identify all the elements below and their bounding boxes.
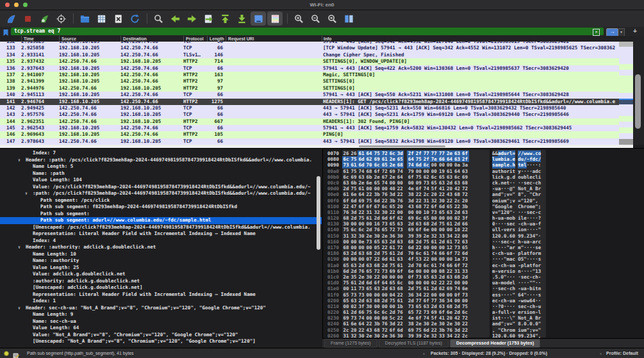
zoom-out-icon[interactable]: [308, 12, 323, 26]
zoom-in-icon[interactable]: [291, 12, 306, 26]
hex-row[interactable]: 00806c756d6269612e6564752f7e6664632flumb…: [323, 156, 644, 162]
open-file-icon[interactable]: [77, 12, 92, 26]
column-header-no[interactable]: [0, 36, 21, 42]
packet-row[interactable]: 1452.962543192.168.10.205142.250.74.66TC…: [0, 125, 619, 131]
packet-row[interactable]: 1342.933141192.168.10.205142.250.74.66TL…: [0, 52, 619, 58]
hex-row[interactable]: 021000023f300000001b7365632d63682d75··?0…: [323, 304, 644, 309]
packet-row[interactable]: 1472.978643142.250.74.66192.168.10.205TC…: [0, 138, 619, 145]
hex-row[interactable]: 017068000000052261726d22000000127365h···…: [323, 245, 644, 250]
detail-line[interactable]: Value Length: 64: [0, 325, 322, 332]
byte-view-tab-active[interactable]: Decompressed Header (1753 bytes): [450, 339, 540, 348]
packet-row[interactable]: 1372.941007192.168.10.205142.250.74.66HT…: [0, 72, 619, 78]
close-file-icon[interactable]: [110, 12, 126, 26]
expert-info-icon[interactable]: [4, 351, 9, 356]
detail-line[interactable]: Name Length: 10: [0, 251, 322, 258]
hex-row[interactable]: 016000000e7365632d63682d75612d617263···s…: [323, 239, 644, 245]
detail-line[interactable]: Index: 4: [0, 238, 322, 245]
expand-chevron-icon[interactable]: ∨: [25, 190, 28, 197]
reload-file-icon[interactable]: [127, 12, 142, 26]
detail-line[interactable]: Path sub segment:: [0, 211, 322, 218]
column-header-time[interactable]: Time: [21, 36, 59, 42]
hex-row[interactable]: 01503132302e302e363039392e3233342200120.…: [323, 233, 644, 239]
hex-row[interactable]: 009073616d706c652e68746d6c0000000a3asamp…: [323, 162, 644, 168]
packet-row-selected[interactable]: 1412.946764192.168.10.205142.250.74.66HT…: [0, 99, 619, 105]
colorize-icon[interactable]: [267, 12, 283, 26]
hex-row[interactable]: 0220612d66756c6c2d76657273696f6e2d6ca-fu…: [323, 309, 644, 315]
detail-line[interactable]: Representation: Literal Header Field wit…: [0, 291, 322, 298]
hex-row[interactable]: 02603132302e302e363039392e323334222c120.…: [323, 333, 644, 338]
byte-view-tab[interactable]: Decrypted TLS (1187 bytes): [379, 339, 449, 348]
display-filter-input[interactable]: tcp.stream eq 7 ✕: [11, 28, 604, 35]
detail-line-selected[interactable]: Path sub segment: adurl=//www.columbia.e…: [0, 217, 322, 224]
go-first-packet-icon[interactable]: [217, 12, 233, 26]
hex-row[interactable]: 010022476f6f676c65204368726f6d65223b"Goo…: [323, 204, 644, 209]
save-file-icon[interactable]: [94, 12, 109, 26]
filter-bookmark-icon[interactable]: [2, 28, 10, 35]
hex-row[interactable]: 00d02d756100000040224e6f745f41204272-ua·…: [323, 186, 644, 191]
packet-row[interactable]: 1432.957576142.250.74.66192.168.10.205TC…: [0, 111, 619, 118]
hex-row[interactable]: 0180632d63682d75612d706c6174666f726dc-ch…: [323, 250, 644, 256]
packet-row[interactable]: 1462.969643192.168.10.205142.250.74.66HT…: [0, 131, 619, 138]
apply-filter-button[interactable]: →: [606, 28, 618, 37]
detail-line[interactable]: Value Length: 104: [0, 177, 322, 184]
detail-line[interactable]: ∨Header: sec-ch-ua: "Not_A Brand";v="8",…: [0, 305, 322, 312]
detail-line[interactable]: Name: :path: [0, 170, 322, 177]
horizontal-scroll-thumb[interactable]: [359, 145, 445, 147]
stop-capture-icon[interactable]: [20, 12, 35, 26]
hex-row[interactable]: 0140756c6c2d76657273696f6e0000001022ull-…: [323, 227, 644, 232]
restart-capture-icon[interactable]: [37, 12, 52, 26]
detail-line[interactable]: ∨Header: :path: /pcs/click?f8293meh8ap-2…: [0, 157, 322, 164]
column-header-destination[interactable]: Destination: [120, 36, 183, 42]
column-header-length[interactable]: Length: [207, 36, 226, 42]
zoom-100-icon[interactable]: [324, 12, 340, 26]
add-filter-button[interactable]: +: [631, 27, 640, 35]
hex-row[interactable]: 00702626616475726c3d2f2f7777772e636f&&ad…: [323, 151, 644, 156]
find-packet-icon[interactable]: [151, 12, 166, 26]
detail-line[interactable]: Name Length: 5: [0, 163, 322, 170]
detail-line[interactable]: [Unescaped: /pcs/click?f8293meh8ap-2024-…: [0, 224, 322, 231]
packet-row[interactable]: 1392.944976142.250.74.66192.168.10.205HT…: [0, 85, 619, 92]
go-last-packet-icon[interactable]: [234, 12, 249, 26]
hex-row[interactable]: 01f065737300000004223634220000000f73ess·…: [323, 292, 644, 298]
hex-row[interactable]: 01e000117365632d63682d75612d6269746e··se…: [323, 286, 644, 291]
detail-line[interactable]: Path sub segment: f8293meh8ap-2024-44697…: [0, 204, 322, 211]
go-forward-icon[interactable]: [184, 12, 199, 26]
detail-line[interactable]: Value Length: 25: [0, 264, 322, 272]
expand-chevron-icon[interactable]: ∨: [18, 157, 21, 164]
detail-line[interactable]: :authority: adclick.g.doubleclick.net: [0, 278, 322, 285]
auto-scroll-icon[interactable]: [251, 12, 266, 26]
hex-row[interactable]: 00f06f6d69756d223b763d22313230222c20omiu…: [323, 198, 644, 204]
packet-row[interactable]: 1382.941399192.168.10.205142.250.74.66HT…: [0, 78, 619, 85]
detail-line[interactable]: Index: 7: [0, 150, 322, 157]
column-header-source[interactable]: Source: [59, 36, 120, 42]
hex-row[interactable]: 0120682d75612d6d6f62696c65000000023fh-ua…: [323, 215, 644, 221]
hex-row[interactable]: 0240616e64223b763d22382e302e302e3022and"…: [323, 321, 644, 327]
detail-line[interactable]: Index: 1: [0, 298, 322, 305]
hex-row[interactable]: 00e0616e64223b763d2238222c2022436872and"…: [323, 191, 644, 197]
detail-line[interactable]: Name: :authority: [0, 257, 322, 264]
detail-line[interactable]: ∨Header: :authority: adclick.g.doublecli…: [0, 244, 322, 251]
go-back-icon[interactable]: [167, 12, 183, 26]
filter-dropdown-caret[interactable]: ▾: [618, 28, 625, 37]
expand-chevron-icon[interactable]: ∨: [18, 244, 21, 251]
column-header-protocol[interactable]: Protocol: [183, 36, 207, 42]
column-header-request-uri[interactable]: Request URI: [226, 36, 322, 42]
packet-row[interactable]: 1332.925858192.168.10.205142.250.74.66TC…: [0, 45, 619, 51]
packet-list-vertical-scrollbar[interactable]: [633, 36, 644, 145]
hex-row[interactable]: 0110763d2231323022000000107365632d63v="1…: [323, 209, 644, 215]
start-capture-icon[interactable]: [3, 12, 19, 26]
capture-comment-icon[interactable]: [13, 350, 19, 357]
vertical-scroll-thumb[interactable]: [635, 74, 641, 129]
detail-line[interactable]: Name: sec-ch-ua: [0, 318, 322, 325]
packet-row[interactable]: 1362.937643192.168.10.205142.250.74.66TC…: [0, 65, 619, 72]
detail-line[interactable]: ∨:path: /pcs/click?f8293meh8ap-2024-4469…: [0, 190, 322, 197]
detail-line[interactable]: Value: "Not_A Brand";v="8", "Chromium";v…: [0, 332, 322, 339]
detail-line[interactable]: Representation: Literal Header Field wit…: [0, 231, 322, 238]
status-profile[interactable]: Profile: Default: [606, 351, 638, 355]
packet-row[interactable]: 1442.962351142.250.74.66192.168.10.205HT…: [0, 118, 619, 125]
hex-row[interactable]: 00b06c69636b2e672e646f75626c65636c69lick…: [323, 174, 644, 180]
clear-filter-icon[interactable]: ✕: [593, 29, 600, 36]
hex-row[interactable]: 013030000000167365632d63682d75612d660···…: [323, 221, 644, 227]
hex-row[interactable]: 02502c20224368726f6d69756d223b763d22, "C…: [323, 327, 644, 333]
expand-chevron-icon[interactable]: ∨: [18, 305, 21, 312]
